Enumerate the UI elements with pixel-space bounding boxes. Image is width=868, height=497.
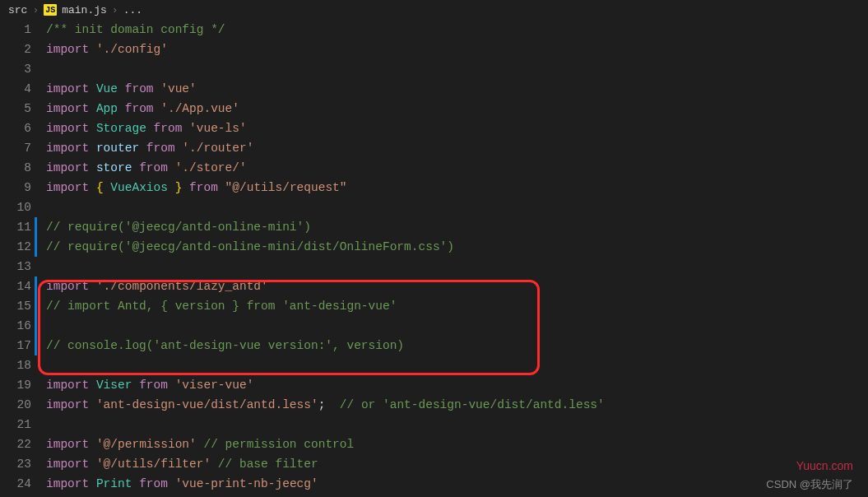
line-number: 22 <box>0 434 31 454</box>
breadcrumb-file[interactable]: main.js <box>62 4 107 16</box>
code-content[interactable]: /** init domain config */import './confi… <box>46 20 868 497</box>
line-number: 14 <box>0 276 31 296</box>
watermark-csdn: CSDN @我先润了 <box>766 477 853 492</box>
watermark-yuucn: Yuucn.com <box>796 459 853 472</box>
code-line[interactable]: import '@/permission' // permission cont… <box>46 434 868 454</box>
token: App <box>96 102 118 115</box>
token: // console.log('ant-design-vue version:'… <box>46 339 404 352</box>
line-number: 24 <box>0 474 31 494</box>
token: ; <box>318 398 340 411</box>
code-line[interactable]: import Viser from 'viser-vue' <box>46 375 868 395</box>
token: import <box>46 379 96 392</box>
token: '@/utils/filter' <box>96 458 211 471</box>
line-number: 11 <box>0 217 31 237</box>
line-number: 21 <box>0 415 31 434</box>
code-line[interactable]: import router from './router' <box>46 138 868 158</box>
code-line[interactable]: import './components/lazy_antd' <box>46 276 868 296</box>
code-line[interactable]: // require('@jeecg/antd-online-mini') <box>46 217 868 237</box>
token: from <box>146 122 189 135</box>
line-number: 8 <box>0 158 31 178</box>
line-number: 13 <box>0 257 31 276</box>
line-number: 20 <box>0 395 31 415</box>
token: import <box>46 458 96 471</box>
code-line[interactable]: import Storage from 'vue-ls' <box>46 118 868 138</box>
code-line[interactable]: import Vue from 'vue' <box>46 79 868 99</box>
token: router <box>96 142 139 155</box>
token: import <box>46 161 96 174</box>
code-line[interactable]: import { VueAxios } from "@/utils/reques… <box>46 178 868 197</box>
line-number: 7 <box>0 138 31 158</box>
code-line[interactable]: import App from './App.vue' <box>46 99 868 118</box>
token: // require('@jeecg/antd-online-mini/dist… <box>46 240 454 253</box>
chevron-right-icon: › <box>32 4 39 16</box>
token: import <box>46 181 96 194</box>
token: './store/' <box>175 161 247 174</box>
line-number: 10 <box>0 197 31 217</box>
token: './App.vue' <box>160 102 239 115</box>
token: store <box>96 161 132 174</box>
line-number: 3 <box>0 59 31 79</box>
code-line[interactable] <box>46 257 868 276</box>
code-line[interactable]: import './config' <box>46 39 868 59</box>
token: 'vue-print-nb-jeecg' <box>175 477 318 490</box>
code-line[interactable] <box>46 355 868 375</box>
token: './router' <box>182 142 253 155</box>
token: Print <box>96 477 132 490</box>
token: 'vue' <box>160 82 197 95</box>
token: } <box>168 181 182 194</box>
line-number: 16 <box>0 316 31 336</box>
code-line[interactable] <box>46 197 868 217</box>
line-number: 23 <box>0 454 31 474</box>
code-line[interactable]: // require('@jeecg/antd-online-mini/dist… <box>46 237 868 257</box>
token: "@/utils/request" <box>225 181 347 194</box>
token: import <box>46 122 96 135</box>
code-editor[interactable]: 123456789101112131415161718192021222324 … <box>0 20 868 497</box>
javascript-icon: JS <box>44 4 57 16</box>
line-number: 5 <box>0 99 31 118</box>
token: Viser <box>96 379 132 392</box>
token: from <box>139 142 182 155</box>
modified-marker <box>35 276 37 355</box>
token: Vue <box>96 82 118 95</box>
token: 'viser-vue' <box>175 379 254 392</box>
code-line[interactable]: /** init domain config */ <box>46 20 868 39</box>
code-line[interactable] <box>46 415 868 434</box>
token: import <box>46 398 96 411</box>
token: './components/lazy_antd' <box>96 280 268 293</box>
line-number: 18 <box>0 355 31 375</box>
token: from <box>132 161 174 174</box>
line-number: 4 <box>0 79 31 99</box>
code-line[interactable] <box>46 59 868 79</box>
token: from <box>118 82 160 95</box>
line-number: 2 <box>0 39 31 59</box>
line-number: 9 <box>0 178 31 197</box>
token: import <box>46 477 96 490</box>
token: import <box>46 142 96 155</box>
token: 'vue-ls' <box>189 122 247 135</box>
code-line[interactable]: // import Antd, { version } from 'ant-de… <box>46 296 868 316</box>
code-line[interactable]: // console.log('ant-design-vue version:'… <box>46 336 868 355</box>
chevron-right-icon: › <box>112 4 118 16</box>
line-number: 15 <box>0 296 31 316</box>
token: '@/permission' <box>96 438 197 451</box>
token: import <box>46 102 96 115</box>
code-line[interactable]: import 'ant-design-vue/dist/antd.less'; … <box>46 395 868 415</box>
token: VueAxios <box>110 181 168 194</box>
code-line[interactable] <box>46 316 868 336</box>
line-number: 19 <box>0 375 31 395</box>
code-line[interactable]: import store from './store/' <box>46 158 868 178</box>
token: // or 'ant-design-vue/dist/antd.less' <box>340 398 605 411</box>
token: './config' <box>96 43 168 56</box>
line-number: 17 <box>0 336 31 355</box>
code-line[interactable]: import Print from 'vue-print-nb-jeecg' <box>46 474 868 494</box>
code-line[interactable]: import '@/utils/filter' // base filter <box>46 454 868 474</box>
breadcrumb-folder[interactable]: src <box>8 4 27 16</box>
token: import <box>46 82 96 95</box>
breadcrumb[interactable]: src › JS main.js › ... <box>0 0 868 20</box>
token: { <box>96 181 110 194</box>
line-number: 6 <box>0 118 31 138</box>
breadcrumb-tail[interactable]: ... <box>123 4 142 16</box>
token: from <box>132 379 174 392</box>
line-number-gutter: 123456789101112131415161718192021222324 <box>0 20 46 497</box>
token: import <box>46 43 96 56</box>
